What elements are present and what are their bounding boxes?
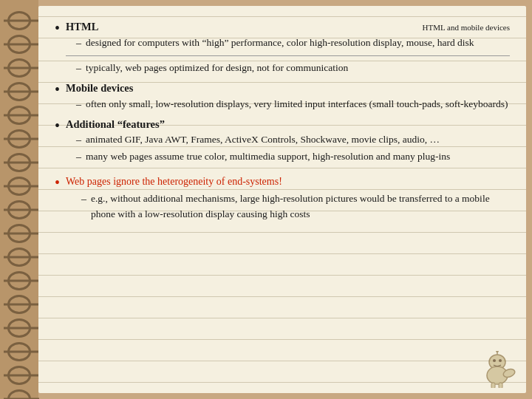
red-sub-bullet: – e.g., without additional mechanisms, l… xyxy=(81,191,510,222)
bottom-decoration-icon xyxy=(475,351,516,384)
spiral-loop xyxy=(7,295,31,314)
spiral-loop xyxy=(7,82,31,101)
spiral-loop xyxy=(7,389,31,399)
red-section: • Web pages ignore the heterogeneity of … xyxy=(55,174,510,222)
svg-point-3 xyxy=(499,359,502,362)
red-sub-text: e.g., without additional mechanisms, lar… xyxy=(91,191,510,222)
bullet-content-3: Additional “features” – animated GIF, Ja… xyxy=(66,117,510,167)
red-dash: – xyxy=(81,191,86,207)
bullet-dot-3: • xyxy=(55,118,60,133)
sub-bullet-3-1: – animated GIF, Java AWT, Frames, Active… xyxy=(76,132,510,148)
svg-point-2 xyxy=(493,359,496,362)
dash-2-1: – xyxy=(76,97,81,112)
bullet-content-2: Mobile devices – often only small, low-r… xyxy=(66,81,510,114)
bullet-dot-2: • xyxy=(55,82,60,97)
red-main-bullet: • Web pages ignore the heterogeneity of … xyxy=(55,174,510,190)
dash-3-2: – xyxy=(76,149,81,165)
spiral-loop xyxy=(7,106,31,125)
sub-text-1-2: typically, web pages optimized for desig… xyxy=(86,61,348,75)
bullet-dot-1: • xyxy=(55,21,60,35)
content-area: • HTML HTML and mobile devices – designe… xyxy=(38,6,526,393)
dash-1-2: – xyxy=(76,61,81,76)
spiral-loop xyxy=(7,224,31,243)
additional-title: Additional “features” xyxy=(66,118,165,130)
spiral-loop xyxy=(7,153,31,172)
html-header-right: HTML and mobile devices xyxy=(423,23,510,32)
sub-bullet-3-2: – many web pages assume true color, mult… xyxy=(76,149,510,165)
spiral-loop xyxy=(7,200,31,219)
bullet-html: • HTML HTML and mobile devices – designe… xyxy=(55,19,510,78)
red-title: Web pages ignore the heterogeneity of en… xyxy=(66,174,282,189)
header-row-1: HTML HTML and mobile devices xyxy=(66,19,510,35)
svg-point-8 xyxy=(496,351,499,352)
spiral-loop xyxy=(7,129,31,149)
sub-bullet-1-2: – typically, web pages optimized for des… xyxy=(76,61,510,76)
spiral-loop xyxy=(7,35,31,54)
spiral-binding xyxy=(0,0,38,399)
svg-rect-5 xyxy=(491,383,495,388)
decoration-svg xyxy=(475,351,516,388)
bullet-mobile: • Mobile devices – often only small, low… xyxy=(55,81,510,114)
sub-text-3-2: many web pages assume true color, multim… xyxy=(86,149,450,164)
sub-text-3-1: animated GIF, Java AWT, Frames, ActiveX … xyxy=(86,132,440,147)
spiral-loop xyxy=(7,342,31,361)
sub-text-1-1: designed for computers with “high” perfo… xyxy=(86,35,474,50)
spiral-loop xyxy=(7,248,31,267)
bullet-additional: • Additional “features” – animated GIF, … xyxy=(55,117,510,167)
page-container: • HTML HTML and mobile devices – designe… xyxy=(0,0,532,399)
bullet-content-1: HTML HTML and mobile devices – designed … xyxy=(66,19,510,78)
dash-1-1: – xyxy=(76,35,81,51)
mobile-title: Mobile devices xyxy=(66,82,133,94)
red-bullet-dot: • xyxy=(55,175,60,190)
content-inner: • HTML HTML and mobile devices – designe… xyxy=(55,19,510,222)
spiral-loop xyxy=(7,177,31,196)
html-title: HTML xyxy=(66,19,98,35)
dash-3-1: – xyxy=(76,132,81,148)
spiral-loop xyxy=(7,271,31,290)
spiral-loop xyxy=(7,318,31,338)
sub-bullet-1-1: – designed for computers with “high” per… xyxy=(76,35,510,51)
divider-1 xyxy=(66,55,510,56)
svg-rect-6 xyxy=(499,383,502,388)
spiral-loop xyxy=(7,11,31,30)
spiral-loop xyxy=(7,58,31,78)
spiral-loop xyxy=(7,366,31,385)
sub-bullet-2-1: – often only small, low-resolution displ… xyxy=(76,97,510,112)
sub-text-2-1: often only small, low-resolution display… xyxy=(86,97,508,112)
